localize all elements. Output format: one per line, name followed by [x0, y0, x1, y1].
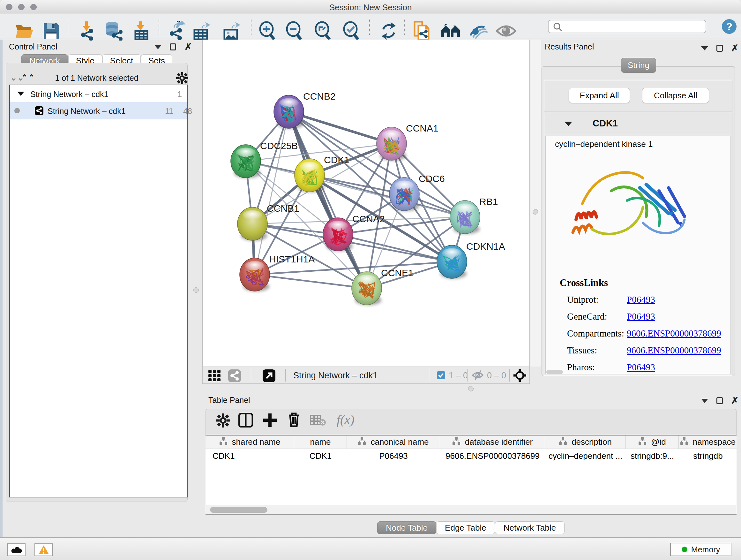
- network-node-CCNE1[interactable]: [352, 272, 382, 305]
- network-status-dot: [14, 108, 20, 113]
- network-edge[interactable]: [289, 112, 392, 144]
- import-database-icon[interactable]: [103, 21, 123, 42]
- memory-status-dot: [682, 547, 687, 552]
- network-node-CCNB1[interactable]: [238, 207, 267, 241]
- network-node-CCNA1[interactable]: [377, 127, 407, 161]
- column-header-namespace[interactable]: namespace: [679, 435, 737, 449]
- results-scrollbar-thumb[interactable]: [546, 370, 563, 374]
- hierarchy-icon: [452, 437, 461, 447]
- collapse-all-button[interactable]: Collapse All: [642, 88, 709, 103]
- column-header-@id[interactable]: @id: [626, 435, 679, 449]
- network-edge[interactable]: [255, 274, 367, 288]
- table-row[interactable]: CDK1CDK1P064939606.ENSP00000378699cyclin…: [205, 449, 737, 462]
- network-options-gear-icon[interactable]: [176, 72, 188, 85]
- network-node-CDKN1A[interactable]: [437, 245, 467, 279]
- table-hscrollbar[interactable]: [206, 505, 736, 514]
- clone-network-icon[interactable]: [413, 21, 431, 42]
- column-header-canonical-name[interactable]: canonical name: [347, 435, 440, 449]
- export-image-icon[interactable]: [222, 21, 240, 42]
- zoom-out-icon[interactable]: [285, 21, 304, 42]
- gene-section-caret-icon[interactable]: [564, 122, 572, 126]
- grid-view-icon[interactable]: [208, 370, 222, 383]
- network-node-CDK1[interactable]: [294, 159, 325, 192]
- results-tab-string[interactable]: String: [621, 58, 656, 73]
- export-table-icon[interactable]: [192, 21, 210, 42]
- hide-panel-icon[interactable]: [468, 23, 488, 41]
- pan-crosshair-icon[interactable]: [514, 369, 526, 383]
- open-in-window-icon[interactable]: [263, 369, 275, 383]
- table-cell[interactable]: CDK1: [294, 449, 347, 462]
- show-panel-icon[interactable]: [496, 24, 516, 39]
- network-node-CDC25B[interactable]: [231, 145, 261, 178]
- export-network-icon[interactable]: [166, 21, 185, 42]
- add-column-icon[interactable]: [263, 413, 277, 429]
- results-panel-float-icon[interactable]: [717, 45, 723, 52]
- crosslink-row: Compartments:9606.ENSP00000378699: [567, 328, 727, 339]
- control-panel-float-icon[interactable]: [170, 44, 176, 51]
- table-panel-close-icon[interactable]: ✗: [731, 397, 738, 404]
- table-cell[interactable]: cyclin–dependent ...: [545, 449, 626, 462]
- right-splitter-handle[interactable]: [533, 209, 538, 214]
- import-table-icon[interactable]: [131, 21, 150, 42]
- selected-checkbox[interactable]: [437, 371, 445, 379]
- select-columns-icon[interactable]: [239, 413, 253, 429]
- table-cell[interactable]: CDK1: [205, 449, 294, 462]
- table-hscrollbar-thumb[interactable]: [210, 507, 267, 513]
- zoom-selected-icon[interactable]: [342, 21, 360, 42]
- save-session-icon[interactable]: [43, 22, 60, 41]
- crosslink-link[interactable]: 9606.ENSP00000378699: [627, 328, 721, 339]
- network-canvas[interactable]: CCNB2CCNA1CDC25BCDK1CDC6RB1CCNB1CCNA2CDK…: [202, 40, 530, 367]
- table-cell[interactable]: 9606.ENSP00000378699: [440, 449, 545, 462]
- network-tree-child-row[interactable]: String Network – cdk1 11 48: [10, 102, 187, 119]
- column-header-database-identifier[interactable]: database identifier: [440, 435, 545, 449]
- table-tab-edge-table[interactable]: Edge Table: [436, 521, 495, 534]
- import-network-icon[interactable]: [77, 21, 96, 42]
- table-cell[interactable]: stringdb:9...: [626, 449, 679, 462]
- column-header-description[interactable]: description: [545, 435, 626, 449]
- control-panel-close-icon[interactable]: ✗: [185, 44, 192, 51]
- crosslink-link[interactable]: 9606.ENSP00000378699: [627, 345, 721, 356]
- column-header-name[interactable]: name: [294, 435, 347, 449]
- network-node-CCNB2[interactable]: [274, 95, 304, 129]
- network-share-view-icon[interactable]: [228, 369, 241, 383]
- bottom-splitter-handle[interactable]: [468, 386, 474, 391]
- network-tree-root-row[interactable]: String Network – cdk1 1: [10, 85, 187, 102]
- results-panel-close-icon[interactable]: ✗: [731, 45, 738, 52]
- right-splitter[interactable]: [530, 40, 541, 367]
- zoom-fit-icon[interactable]: [314, 21, 332, 42]
- network-node-CDC6[interactable]: [389, 178, 419, 211]
- table-panel-float-icon[interactable]: [717, 397, 723, 404]
- refresh-icon[interactable]: [380, 22, 398, 41]
- network-edge[interactable]: [255, 112, 289, 274]
- warning-button[interactable]: [35, 543, 53, 556]
- cloud-button[interactable]: [7, 543, 25, 556]
- zoom-in-icon[interactable]: [258, 21, 277, 42]
- column-header-shared-name[interactable]: shared name: [205, 435, 294, 449]
- table-settings-gear-icon[interactable]: [216, 414, 230, 429]
- table-tab-network-table[interactable]: Network Table: [495, 521, 564, 534]
- gene-name: CDK1: [593, 118, 618, 129]
- results-panel-menu-icon[interactable]: [701, 46, 708, 51]
- network-node-CCNA2[interactable]: [323, 218, 353, 251]
- table-cell[interactable]: stringdb: [679, 449, 737, 462]
- crosslink-row: Uniprot:P06493: [567, 294, 727, 305]
- open-session-icon[interactable]: [14, 22, 34, 41]
- network-node-RB1[interactable]: [450, 200, 480, 234]
- network-tree: String Network – cdk1 1 String Network –…: [9, 84, 188, 497]
- left-splitter-handle[interactable]: [193, 287, 199, 293]
- table-panel-menu-icon[interactable]: [701, 399, 708, 403]
- control-panel-menu-icon[interactable]: [154, 45, 161, 49]
- help-button[interactable]: ?: [722, 19, 737, 34]
- search-input[interactable]: [564, 21, 702, 32]
- expand-all-button[interactable]: Expand All: [569, 88, 630, 103]
- table-tab-node-table[interactable]: Node Table: [377, 521, 436, 534]
- network-node-HIST1H1A[interactable]: [240, 258, 270, 292]
- home-icon[interactable]: [441, 23, 461, 40]
- network-collection-label: String Network – cdk1: [30, 90, 109, 99]
- delete-column-icon[interactable]: [287, 412, 301, 429]
- memory-button[interactable]: Memory: [670, 543, 731, 556]
- crosslink-link[interactable]: P06493: [627, 311, 655, 322]
- crosslink-link[interactable]: P06493: [627, 294, 655, 305]
- crosslink-link[interactable]: P06493: [627, 362, 655, 373]
- table-cell[interactable]: P06493: [347, 449, 440, 462]
